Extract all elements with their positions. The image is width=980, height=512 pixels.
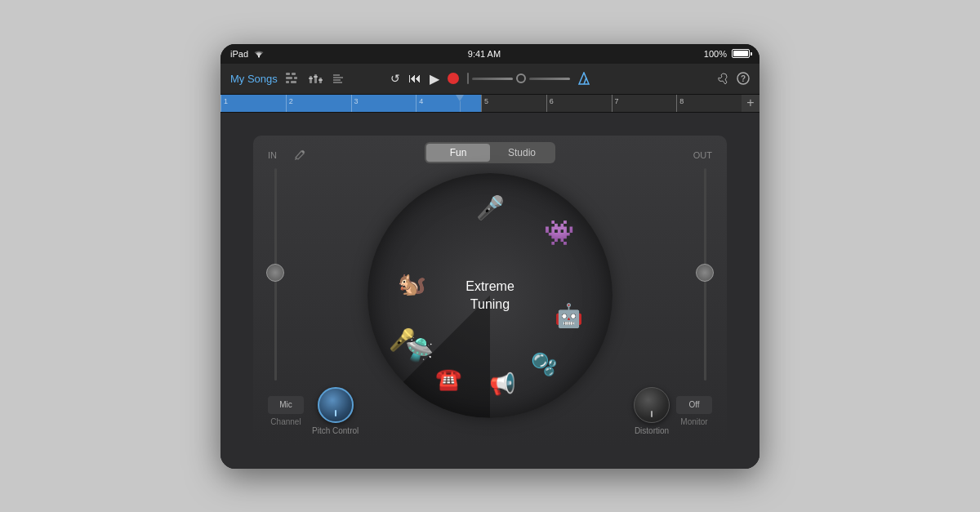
mic-channel-label: Channel [270,417,301,426]
timeline-ruler[interactable]: 1 2 3 4 5 6 7 8 + [220,95,760,113]
monitor-box[interactable]: Off [676,396,712,414]
in-label: IN [268,150,277,160]
ruler-mark-3: 3 [351,95,416,113]
ruler-mark-1: 1 [220,95,286,113]
fun-mode-button[interactable]: Fun [426,144,490,162]
status-left: iPad [230,49,265,59]
slider-track-right [704,168,706,381]
undo-button[interactable]: ↺ [390,72,400,85]
playhead[interactable] [456,95,464,113]
ruler-mark-6: 6 [546,95,612,113]
status-bar: iPad 9:41 AM 100% [220,44,760,64]
ruler-mark-4: 4 [416,95,481,113]
ruler-mark-5: 5 [481,95,546,113]
center-label: ExtremeTuning [466,277,514,314]
rewind-button[interactable]: ⏮ [408,71,421,86]
play-button[interactable]: ▶ [430,71,439,87]
mic-channel-box[interactable]: Mic [268,396,304,414]
slider-track-left [274,168,277,381]
svg-text:?: ? [741,74,746,83]
pencil-icon[interactable] [294,149,305,161]
metronome-icon[interactable] [578,72,590,85]
svg-rect-2 [292,73,296,75]
svg-rect-11 [314,76,318,78]
pitch-label: Pitch Control [312,426,359,435]
playhead-line [460,101,461,113]
input-level-slider[interactable] [268,168,283,381]
playhead-triangle [456,95,464,101]
device-label: iPad [230,49,248,59]
my-songs-button[interactable]: My Songs [230,73,278,85]
svg-rect-7 [310,76,312,83]
svg-rect-6 [291,81,296,83]
ruler-mark-2: 2 [286,95,351,113]
wifi-icon [253,50,265,58]
svg-rect-8 [314,74,317,83]
svg-point-0 [258,56,260,57]
ruler-mark-7: 7 [612,95,677,113]
toolbar-left: My Songs [230,73,381,85]
bottom-controls: Mic Channel Pitch Control Distortion [253,385,727,446]
ruler-mark-8: 8 [676,95,742,113]
status-right: 100% [704,49,750,59]
time-display: 9:41 AM [468,49,501,59]
svg-rect-5 [286,81,289,83]
battery-icon [732,49,750,58]
help-icon[interactable]: ? [737,72,750,85]
volume-controls [467,73,570,84]
toolbar-center: ↺ ⏮ ▶ [390,71,590,87]
voice-processor-panel: IN OUT Fun Studio [253,136,727,446]
toolbar: My Songs [220,64,760,95]
voice-effect-mic-gold[interactable]: 🎤 [389,327,415,352]
voice-wheel[interactable]: ExtremeTuning 🛸 🎤 👾 🤖 🫧 📢 ☎️ 🎤 [368,173,612,418]
mic-channel-value: Mic [279,400,292,409]
monitor-control: Off Monitor [676,396,712,426]
wrench-icon[interactable] [717,73,728,84]
out-label: OUT [693,150,712,160]
distortion-label: Distortion [635,426,669,435]
battery-label: 100% [704,49,727,59]
monitor-label: Monitor [680,417,707,426]
slider-thumb-left[interactable] [266,264,284,282]
mic-channel-control: Mic Channel [268,396,304,426]
svg-rect-12 [318,79,323,81]
tracks-icon[interactable] [286,73,301,84]
timeline-track: 1 2 3 4 5 6 7 8 [220,95,742,112]
voice-effect-microphone-stand[interactable]: 🎤 [476,194,505,220]
voice-effect-bubbles[interactable]: 🫧 [531,351,557,376]
voice-effect-robot[interactable]: 🤖 [555,301,583,328]
svg-rect-4 [294,77,297,79]
svg-line-18 [584,78,586,84]
voice-effect-squirrel[interactable]: 🐿️ [398,269,426,296]
toolbar-right: ? [599,72,750,85]
svg-rect-1 [286,73,290,75]
svg-rect-10 [309,78,313,79]
pitch-knob[interactable] [318,387,354,423]
main-content: IN OUT Fun Studio [220,113,760,469]
svg-rect-3 [286,77,292,79]
ruler-marks: 1 2 3 4 5 6 7 8 [220,95,742,113]
record-button[interactable] [448,73,459,84]
mixer-icon[interactable] [309,73,323,84]
studio-mode-button[interactable]: Studio [490,144,554,162]
distortion-control: Distortion [634,387,670,435]
voice-effect-monster[interactable]: 👾 [544,217,574,246]
pitch-control: Pitch Control [312,387,359,435]
mode-toggle[interactable]: Fun Studio [425,142,555,163]
output-level-slider[interactable] [697,168,712,381]
browser-icon[interactable] [332,73,346,84]
slider-thumb-right[interactable] [696,264,714,282]
monitor-value: Off [688,400,699,409]
distortion-knob[interactable] [634,387,670,423]
ipad-frame: iPad 9:41 AM 100% My Songs [220,44,760,469]
add-track-button[interactable]: + [742,95,760,113]
